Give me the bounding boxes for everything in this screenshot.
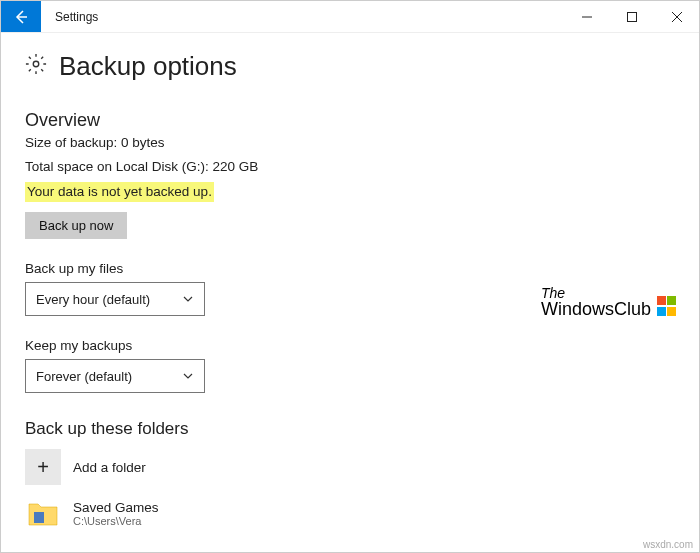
chevron-down-icon (182, 293, 194, 305)
backup-status-row: Your data is not yet backed up. (25, 182, 675, 203)
overview-heading: Overview (25, 110, 675, 131)
attribution-text: wsxdn.com (643, 539, 693, 550)
backup-status-text: Your data is not yet backed up. (25, 182, 214, 203)
plus-icon: + (25, 449, 61, 485)
svg-rect-5 (34, 512, 44, 523)
maximize-icon (627, 12, 637, 22)
chevron-down-icon (182, 370, 194, 382)
svg-point-4 (33, 61, 39, 67)
frequency-value: Every hour (default) (36, 292, 150, 307)
folders-heading: Back up these folders (25, 419, 675, 439)
backup-size-text: Size of backup: 0 bytes (25, 133, 675, 153)
minimize-icon (582, 12, 592, 22)
watermark-line2: WindowsClub (541, 300, 651, 318)
window-title: Settings (41, 1, 564, 32)
close-icon (672, 12, 682, 22)
windows-logo-icon (657, 296, 677, 316)
folder-name: Saved Games (73, 500, 159, 515)
close-button[interactable] (654, 1, 699, 32)
watermark: The WindowsClub (541, 286, 677, 318)
add-folder-label: Add a folder (73, 460, 146, 475)
add-folder-button[interactable]: + Add a folder (25, 449, 675, 485)
watermark-line1: The (541, 286, 651, 300)
retention-group: Keep my backups Forever (default) (25, 338, 675, 393)
window-controls (564, 1, 699, 32)
folder-text: Saved Games C:\Users\Vera (73, 500, 159, 527)
minimize-button[interactable] (564, 1, 609, 32)
page-title-row: Backup options (25, 51, 675, 82)
backup-now-button[interactable]: Back up now (25, 212, 127, 239)
folder-icon (25, 495, 61, 531)
retention-label: Keep my backups (25, 338, 675, 353)
maximize-button[interactable] (609, 1, 654, 32)
folder-item[interactable]: Saved Games C:\Users\Vera (25, 495, 675, 531)
gear-icon (25, 53, 47, 80)
retention-value: Forever (default) (36, 369, 132, 384)
retention-dropdown[interactable]: Forever (default) (25, 359, 205, 393)
page-title: Backup options (59, 51, 237, 82)
svg-rect-1 (627, 12, 636, 21)
back-button[interactable] (1, 1, 41, 32)
total-space-text: Total space on Local Disk (G:): 220 GB (25, 157, 675, 177)
folder-path: C:\Users\Vera (73, 515, 159, 527)
titlebar: Settings (1, 1, 699, 33)
arrow-left-icon (13, 9, 29, 25)
frequency-dropdown[interactable]: Every hour (default) (25, 282, 205, 316)
frequency-label: Back up my files (25, 261, 675, 276)
